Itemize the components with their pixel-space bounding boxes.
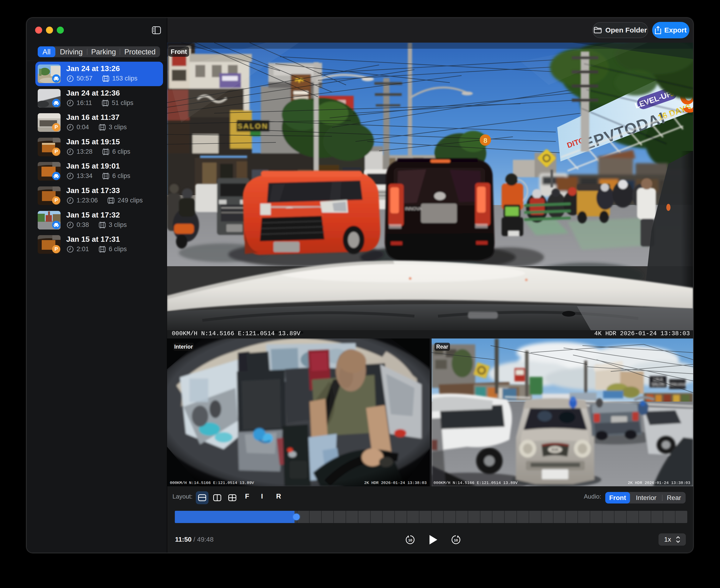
svg-text:CEBUANA: CEBUANA (669, 382, 686, 386)
svg-text:000KM/H N:14.5166 E:121.0514: 000KM/H N:14.5166 E:121.0514 13.89V (172, 330, 300, 337)
svg-text:2K HDR 2026-01-24 13:38:03: 2K HDR 2026-01-24 13:38:03 (364, 481, 427, 485)
svg-text:8: 8 (483, 136, 487, 144)
svg-text:KIA: KIA (552, 447, 558, 452)
svg-text:Rear: Rear (436, 344, 448, 350)
svg-text:Front: Front (171, 48, 187, 55)
svg-text:000KM/H N:14.5166 E:121.0514: 000KM/H N:14.5166 E:121.0514 13.89V (434, 481, 518, 485)
svg-text:Interior: Interior (174, 344, 193, 350)
svg-text:10: 10 (454, 538, 458, 542)
svg-text:10: 10 (408, 538, 412, 542)
svg-text:SALON: SALON (652, 382, 664, 386)
svg-text:2K HDR 2026-01-24 13:38:03: 2K HDR 2026-01-24 13:38:03 (628, 481, 690, 485)
svg-text:INNOVA: INNOVA (405, 206, 422, 211)
svg-text:000KM/H N:14.5166 E:121.0514: 000KM/H N:14.5166 E:121.0514 13.89V (170, 481, 254, 485)
svg-text:4K HDR 2026-01-24 13:38:03: 4K HDR 2026-01-24 13:38:03 (594, 330, 690, 337)
svg-text:SALON: SALON (238, 122, 268, 130)
